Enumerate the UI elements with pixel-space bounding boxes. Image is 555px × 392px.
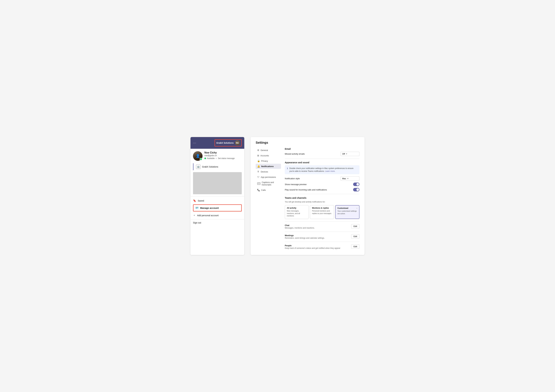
chat-section: Chat Messages, mentions and reactions. E… xyxy=(285,224,359,229)
divider-appearance-teams xyxy=(285,194,359,194)
org-name: GrabX Solutions xyxy=(202,165,218,168)
info-text: Double check your notification settings … xyxy=(289,167,357,173)
info-text-content: Double check your notification settings … xyxy=(289,167,353,172)
mentions-replies-desc: Personal mentions and replies to your me… xyxy=(312,210,332,215)
play-sound-row: Play sound for incoming calls and notifi… xyxy=(285,188,359,192)
all-activity-option[interactable]: All activity New messages, reactions, an… xyxy=(285,205,309,219)
sign-out-row[interactable]: Sign out xyxy=(190,219,244,226)
play-sound-toggle[interactable] xyxy=(353,188,359,192)
calls-icon: 📞 xyxy=(257,189,260,191)
header-dots-icon[interactable]: ··· xyxy=(193,141,196,145)
missed-activity-row: Missed activity emails Off ▾ xyxy=(285,152,359,156)
nav-privacy-label: Privacy xyxy=(261,160,268,162)
show-preview-toggle[interactable] xyxy=(353,183,359,186)
show-preview-row: Show message preview xyxy=(285,183,359,186)
customised-title-text: Customised xyxy=(337,207,348,209)
header-org-name: GrabX Solutions xyxy=(216,142,234,144)
show-preview-label: Show message preview xyxy=(285,183,307,185)
saved-label: Saved xyxy=(198,200,204,202)
header-org-box[interactable]: GrabX Solutions NC xyxy=(215,139,242,147)
divider-teams-chat xyxy=(285,221,359,222)
sign-out-label: Sign out xyxy=(193,221,201,224)
missed-activity-value: Off xyxy=(342,153,345,155)
page-container: ··· GrabX Solutions NC 👤 Noe Cichy noe@g… xyxy=(190,137,365,255)
teams-channels-label: Teams and channels xyxy=(285,197,359,199)
meetings-edit-button[interactable]: Edit xyxy=(351,234,359,239)
nav-item-captions[interactable]: CC Captions and transcripts xyxy=(256,180,281,187)
people-title: People xyxy=(285,244,340,247)
nav-item-accounts[interactable]: ⊞ Accounts xyxy=(256,153,281,158)
notification-style-row: Notification style Mac ▾ xyxy=(285,176,359,181)
right-panel: Settings ⚙ General ⊞ Accounts 🔒 Privacy … xyxy=(251,137,365,255)
add-icon: ＋ xyxy=(193,214,196,217)
nav-item-notifications[interactable]: 🔔 Notifications xyxy=(256,164,281,169)
notification-style-chevron-icon: ▾ xyxy=(347,178,348,179)
add-account-row[interactable]: ＋ Add personal account xyxy=(190,212,244,219)
learn-more-link[interactable]: Learn more. xyxy=(325,170,336,172)
chat-edit-button[interactable]: Edit xyxy=(351,224,359,228)
people-desc: Keep track of someone's status and get n… xyxy=(285,247,340,249)
people-edit-button[interactable]: Edit xyxy=(351,244,359,249)
notification-style-label: Notification style xyxy=(285,177,300,180)
chat-desc: Messages, mentions and reactions. xyxy=(285,227,315,229)
customised-option[interactable]: Customised › Your customised settings ar… xyxy=(335,205,359,219)
nav-item-general[interactable]: ⚙ General xyxy=(256,148,281,153)
missed-activity-dropdown[interactable]: Off ▾ xyxy=(340,152,359,156)
divider-email-appearance xyxy=(285,158,359,159)
org-icon: 🏢 xyxy=(196,164,200,169)
saved-row[interactable]: 🔖 Saved xyxy=(190,198,244,204)
nav-item-calls[interactable]: 📞 Calls xyxy=(256,187,281,192)
profile-text: Noe Cichy noe@grabx.ch Available ∨ Set s… xyxy=(204,151,235,159)
notification-options: All activity New messages, reactions, an… xyxy=(285,205,359,219)
chat-info: Chat Messages, mentions and reactions. xyxy=(285,224,315,229)
nav-app-permissions-label: App permissions xyxy=(261,176,276,178)
settings-content: Email Missed activity emails Off ▾ Appea… xyxy=(285,148,359,251)
header-avatar: NC xyxy=(235,140,240,145)
profile-name: Noe Cichy xyxy=(204,151,235,154)
profile-status-indicator xyxy=(200,158,202,160)
header-avatar-img: NC xyxy=(235,140,240,145)
mentions-replies-title: Mentions & replies xyxy=(312,207,332,209)
privacy-icon: 🔒 xyxy=(257,160,260,162)
settings-nav: ⚙ General ⊞ Accounts 🔒 Privacy 🔔 Notific… xyxy=(256,148,281,251)
customised-desc: Your customised settings are active. xyxy=(337,210,357,215)
chat-title: Chat xyxy=(285,224,315,227)
profile-header: ··· GrabX Solutions NC xyxy=(190,137,244,149)
left-panel: ··· GrabX Solutions NC 👤 Noe Cichy noe@g… xyxy=(190,137,244,255)
status-dot-green-icon xyxy=(204,157,206,159)
manage-account-button[interactable]: 🪪 Manage account xyxy=(193,204,242,212)
profile-info: 👤 Noe Cichy noe@grabx.ch Available ∨ Set… xyxy=(190,149,244,163)
customised-chevron-icon: › xyxy=(357,207,357,209)
people-info: People Keep track of someone's status an… xyxy=(285,244,340,249)
meetings-info: Meetings Reminders, work timings and cal… xyxy=(285,234,325,239)
profile-email: noe@grabx.ch xyxy=(204,154,235,157)
nav-item-privacy[interactable]: 🔒 Privacy xyxy=(256,158,281,164)
devices-icon: 🎙 xyxy=(257,170,259,173)
profile-status-text[interactable]: Available xyxy=(207,157,215,159)
mentions-replies-option[interactable]: Mentions & replies Personal mentions and… xyxy=(310,205,334,219)
appearance-section-label: Appearance and sound xyxy=(285,161,359,164)
all-activity-desc: New messages, reactions, and all mention… xyxy=(287,210,307,217)
nav-item-app-permissions[interactable]: 🛡 App permissions xyxy=(256,174,281,179)
settings-title: Settings xyxy=(256,141,359,144)
teams-channels-desc: You will get desktop and activity notifi… xyxy=(285,201,359,203)
app-permissions-icon: 🛡 xyxy=(257,176,259,178)
nav-calls-label: Calls xyxy=(261,189,266,191)
preview-image xyxy=(193,172,242,194)
status-divider: ∨ xyxy=(215,157,217,159)
customised-title: Customised › xyxy=(337,207,357,209)
manage-account-icon: 🪪 xyxy=(195,207,198,209)
org-row[interactable]: 🏢 GrabX Solutions xyxy=(193,163,242,170)
play-sound-label: Play sound for incoming calls and notifi… xyxy=(285,189,327,191)
notification-style-dropdown[interactable]: Mac ▾ xyxy=(340,176,359,181)
nav-captions-label: Captions and transcripts xyxy=(262,181,279,186)
people-row: People Keep track of someone's status an… xyxy=(285,244,359,249)
settings-layout: ⚙ General ⊞ Accounts 🔒 Privacy 🔔 Notific… xyxy=(256,148,359,251)
nav-item-devices[interactable]: 🎙 Devices xyxy=(256,169,281,174)
set-status-link[interactable]: Set status message xyxy=(218,157,234,159)
meetings-row: Meetings Reminders, work timings and cal… xyxy=(285,234,359,239)
add-account-label: Add personal account xyxy=(197,214,219,217)
accounts-icon: ⊞ xyxy=(257,154,259,157)
nav-general-label: General xyxy=(261,149,268,151)
chat-row: Chat Messages, mentions and reactions. E… xyxy=(285,224,359,229)
